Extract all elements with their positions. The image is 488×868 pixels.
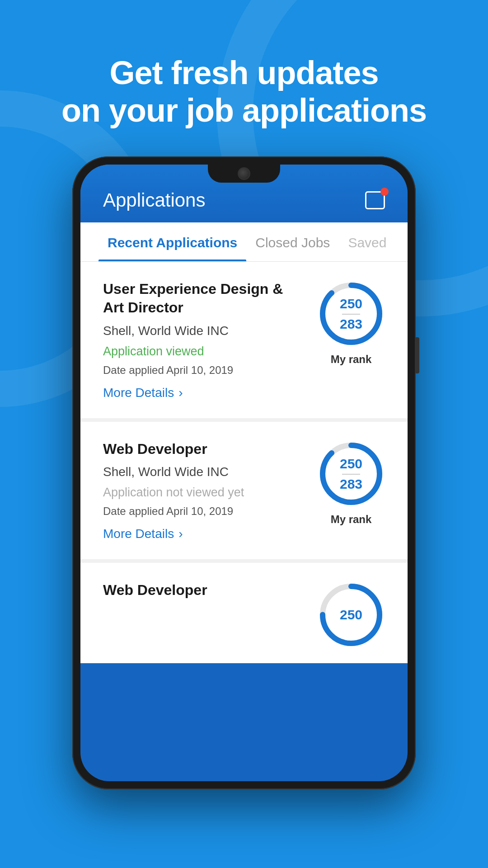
notification-badge	[380, 188, 389, 196]
job-card-3-partial: Web Developer 250	[80, 563, 408, 663]
tab-closed-jobs[interactable]: Closed Jobs	[246, 222, 339, 261]
app-title: Applications	[103, 189, 205, 211]
company-2: Shell, World Wide INC	[103, 465, 304, 479]
job-card-2: Web Developer Shell, World Wide INC Appl…	[80, 422, 408, 563]
rank-circle-2: 250 283	[317, 440, 385, 508]
date-applied-2: Date applied April 10, 2019	[103, 505, 304, 518]
tabs-bar: Recent Applications Closed Jobs Saved	[80, 222, 408, 262]
chevron-icon-2: ›	[178, 527, 183, 541]
job-info-3: Web Developer	[103, 581, 317, 606]
hero-headline: Get fresh updates on your job applicatio…	[36, 54, 452, 129]
company-1: Shell, World Wide INC	[103, 324, 304, 338]
more-details-2[interactable]: More Details ›	[103, 527, 385, 541]
tab-recent-applications[interactable]: Recent Applications	[99, 222, 246, 261]
rank-label-1: My rank	[331, 353, 372, 366]
job-info-1: User Experience Design & Art Director Sh…	[103, 280, 317, 386]
rank-label-2: My rank	[331, 513, 372, 526]
phone-mockup: Applications Recent Applications Closed …	[0, 156, 488, 789]
phone-body: Applications Recent Applications Closed …	[72, 156, 416, 789]
phone-notch	[208, 165, 280, 183]
rank-container-3: 250	[317, 581, 385, 654]
hero-section: Get fresh updates on your job applicatio…	[0, 0, 488, 156]
job-info-2: Web Developer Shell, World Wide INC Appl…	[103, 440, 317, 527]
chevron-icon-1: ›	[178, 386, 183, 400]
status-viewed-1: Application viewed	[103, 344, 304, 359]
app-content: User Experience Design & Art Director Sh…	[80, 262, 408, 664]
job-title-2: Web Developer	[103, 440, 304, 459]
rank-divider-1	[342, 314, 360, 315]
rank-total-1: 283	[340, 316, 362, 332]
rank-circle-1: 250 283	[317, 280, 385, 348]
job-title-3: Web Developer	[103, 581, 304, 600]
rank-total-2: 283	[340, 476, 362, 492]
camera	[238, 167, 250, 180]
phone-screen: Applications Recent Applications Closed …	[80, 165, 408, 781]
rank-circle-3: 250	[317, 581, 385, 649]
more-details-1[interactable]: More Details ›	[103, 386, 385, 400]
notification-button[interactable]	[365, 191, 385, 209]
rank-container-2: 250 283 My rank	[317, 440, 385, 526]
rank-divider-2	[342, 474, 360, 475]
rank-num-1: 250	[340, 296, 362, 312]
tab-saved[interactable]: Saved	[339, 222, 395, 261]
rank-container-1: 250 283 My rank	[317, 280, 385, 366]
rank-num-2: 250	[340, 456, 362, 472]
job-card-1: User Experience Design & Art Director Sh…	[80, 262, 408, 422]
side-button	[416, 337, 419, 373]
date-applied-1: Date applied April 10, 2019	[103, 364, 304, 377]
status-not-viewed-2: Application not viewed yet	[103, 486, 304, 500]
rank-num-3: 250	[340, 607, 362, 623]
job-title-1: User Experience Design & Art Director	[103, 280, 304, 317]
